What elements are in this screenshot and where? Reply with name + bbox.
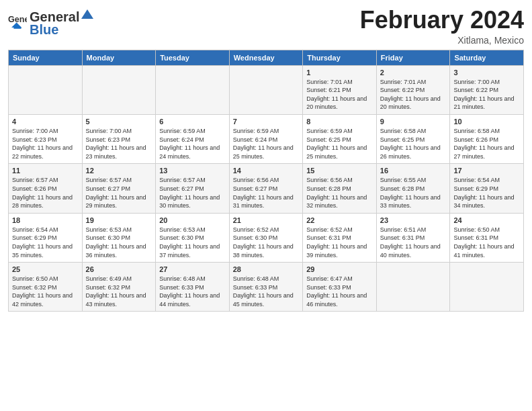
title-section: February 2024 Xitlama, Mexico (360, 7, 524, 46)
day-cell (82, 65, 156, 114)
day-info: Sunrise: 6:59 AM Sunset: 6:24 PM Dayligh… (159, 127, 226, 161)
day-info: Sunrise: 6:48 AM Sunset: 6:33 PM Dayligh… (159, 275, 226, 308)
day-cell: 8Sunrise: 6:59 AM Sunset: 6:25 PM Daylig… (303, 114, 377, 163)
day-number: 16 (380, 167, 447, 175)
day-info: Sunrise: 6:56 AM Sunset: 6:28 PM Dayligh… (306, 176, 373, 210)
day-info: Sunrise: 6:58 AM Sunset: 6:26 PM Dayligh… (453, 127, 520, 161)
day-cell: 15Sunrise: 6:56 AM Sunset: 6:28 PM Dayli… (303, 164, 377, 213)
day-cell: 29Sunrise: 6:47 AM Sunset: 6:33 PM Dayli… (303, 263, 377, 312)
day-number: 6 (159, 118, 226, 126)
day-cell: 4Sunrise: 7:00 AM Sunset: 6:23 PM Daylig… (9, 114, 83, 163)
day-number: 10 (453, 118, 520, 126)
day-cell (9, 65, 83, 114)
day-cell: 3Sunrise: 7:00 AM Sunset: 6:22 PM Daylig… (450, 65, 524, 114)
week-row-2: 4Sunrise: 7:00 AM Sunset: 6:23 PM Daylig… (9, 114, 524, 163)
day-info: Sunrise: 6:47 AM Sunset: 6:33 PM Dayligh… (306, 275, 373, 308)
day-info: Sunrise: 6:50 AM Sunset: 6:32 PM Dayligh… (12, 275, 79, 308)
location: Xitlama, Mexico (360, 35, 524, 46)
day-cell: 5Sunrise: 7:00 AM Sunset: 6:23 PM Daylig… (82, 114, 156, 163)
day-number: 23 (380, 216, 447, 224)
day-cell: 20Sunrise: 6:53 AM Sunset: 6:30 PM Dayli… (156, 213, 230, 262)
day-info: Sunrise: 6:50 AM Sunset: 6:31 PM Dayligh… (453, 226, 520, 259)
day-cell: 27Sunrise: 6:48 AM Sunset: 6:33 PM Dayli… (156, 263, 230, 312)
header-cell-monday: Monday (82, 50, 156, 65)
day-number: 1 (306, 68, 373, 77)
header: General General Blue February 2024 Xitla… (8, 7, 524, 46)
day-number: 5 (86, 118, 152, 126)
day-cell: 13Sunrise: 6:57 AM Sunset: 6:27 PM Dayli… (156, 164, 230, 213)
month-title: February 2024 (360, 7, 524, 34)
day-cell: 11Sunrise: 6:57 AM Sunset: 6:26 PM Dayli… (9, 164, 83, 213)
day-info: Sunrise: 6:57 AM Sunset: 6:26 PM Dayligh… (12, 176, 79, 210)
day-number: 26 (86, 265, 152, 273)
day-number: 3 (453, 68, 520, 77)
day-cell: 24Sunrise: 6:50 AM Sunset: 6:31 PM Dayli… (450, 213, 524, 262)
day-cell: 16Sunrise: 6:55 AM Sunset: 6:28 PM Dayli… (376, 164, 450, 213)
day-number: 29 (306, 265, 373, 273)
week-row-5: 25Sunrise: 6:50 AM Sunset: 6:32 PM Dayli… (9, 263, 524, 312)
week-row-4: 18Sunrise: 6:54 AM Sunset: 6:29 PM Dayli… (9, 213, 524, 262)
day-number: 15 (306, 167, 373, 175)
day-number: 20 (159, 216, 226, 224)
day-cell (156, 65, 230, 114)
day-cell (229, 65, 303, 114)
day-cell: 2Sunrise: 7:01 AM Sunset: 6:22 PM Daylig… (376, 65, 450, 114)
day-cell: 7Sunrise: 6:59 AM Sunset: 6:24 PM Daylig… (229, 114, 303, 163)
day-number: 8 (306, 118, 373, 126)
day-number: 27 (159, 265, 226, 273)
day-info: Sunrise: 6:52 AM Sunset: 6:30 PM Dayligh… (233, 226, 300, 259)
day-cell: 14Sunrise: 6:56 AM Sunset: 6:27 PM Dayli… (229, 164, 303, 213)
calendar-table: SundayMondayTuesdayWednesdayThursdayFrid… (8, 50, 524, 312)
day-number: 21 (233, 216, 300, 224)
day-cell: 9Sunrise: 6:58 AM Sunset: 6:25 PM Daylig… (376, 114, 450, 163)
header-cell-saturday: Saturday (450, 50, 524, 65)
day-info: Sunrise: 6:53 AM Sunset: 6:30 PM Dayligh… (86, 226, 152, 259)
day-cell: 6Sunrise: 6:59 AM Sunset: 6:24 PM Daylig… (156, 114, 230, 163)
day-number: 2 (380, 68, 447, 77)
day-cell: 28Sunrise: 6:48 AM Sunset: 6:33 PM Dayli… (229, 263, 303, 312)
day-info: Sunrise: 7:00 AM Sunset: 6:22 PM Dayligh… (453, 78, 520, 111)
week-row-1: 1Sunrise: 7:01 AM Sunset: 6:21 PM Daylig… (9, 65, 524, 114)
day-number: 24 (453, 216, 520, 224)
day-cell: 17Sunrise: 6:54 AM Sunset: 6:29 PM Dayli… (450, 164, 524, 213)
day-number: 25 (12, 265, 79, 273)
day-cell: 18Sunrise: 6:54 AM Sunset: 6:29 PM Dayli… (9, 213, 83, 262)
day-number: 12 (86, 167, 152, 175)
day-number: 4 (12, 118, 79, 126)
day-info: Sunrise: 6:57 AM Sunset: 6:27 PM Dayligh… (86, 176, 152, 210)
day-info: Sunrise: 7:00 AM Sunset: 6:23 PM Dayligh… (86, 127, 152, 161)
calendar-header: SundayMondayTuesdayWednesdayThursdayFrid… (9, 50, 524, 65)
day-info: Sunrise: 6:49 AM Sunset: 6:32 PM Dayligh… (86, 275, 152, 308)
day-info: Sunrise: 6:54 AM Sunset: 6:29 PM Dayligh… (12, 226, 79, 259)
logo-wordmark: General Blue (30, 7, 95, 38)
day-number: 28 (233, 265, 300, 273)
day-cell: 21Sunrise: 6:52 AM Sunset: 6:30 PM Dayli… (229, 213, 303, 262)
logo-triangle-icon (80, 7, 95, 21)
header-row: SundayMondayTuesdayWednesdayThursdayFrid… (9, 50, 524, 65)
day-info: Sunrise: 6:48 AM Sunset: 6:33 PM Dayligh… (233, 275, 300, 308)
day-cell: 23Sunrise: 6:51 AM Sunset: 6:31 PM Dayli… (376, 213, 450, 262)
page: General General Blue February 2024 Xitla… (0, 0, 532, 411)
day-info: Sunrise: 7:01 AM Sunset: 6:21 PM Dayligh… (306, 78, 373, 111)
day-cell: 26Sunrise: 6:49 AM Sunset: 6:32 PM Dayli… (82, 263, 156, 312)
day-info: Sunrise: 6:58 AM Sunset: 6:25 PM Dayligh… (380, 127, 447, 161)
day-info: Sunrise: 6:59 AM Sunset: 6:25 PM Dayligh… (306, 127, 373, 161)
day-number: 9 (380, 118, 447, 126)
day-info: Sunrise: 6:54 AM Sunset: 6:29 PM Dayligh… (453, 176, 520, 210)
header-cell-thursday: Thursday (303, 50, 377, 65)
day-cell (376, 263, 450, 312)
day-number: 11 (12, 167, 79, 175)
day-info: Sunrise: 6:51 AM Sunset: 6:31 PM Dayligh… (380, 226, 447, 259)
day-info: Sunrise: 6:57 AM Sunset: 6:27 PM Dayligh… (159, 176, 226, 210)
logo-icon: General (8, 13, 27, 32)
day-info: Sunrise: 6:56 AM Sunset: 6:27 PM Dayligh… (233, 176, 300, 210)
svg-rect-2 (13, 27, 21, 29)
calendar-body: 1Sunrise: 7:01 AM Sunset: 6:21 PM Daylig… (9, 65, 524, 312)
day-info: Sunrise: 6:59 AM Sunset: 6:24 PM Dayligh… (233, 127, 300, 161)
day-info: Sunrise: 6:55 AM Sunset: 6:28 PM Dayligh… (380, 176, 447, 210)
logo: General General Blue (8, 7, 95, 38)
day-cell: 22Sunrise: 6:52 AM Sunset: 6:31 PM Dayli… (303, 213, 377, 262)
day-number: 14 (233, 167, 300, 175)
header-cell-tuesday: Tuesday (156, 50, 230, 65)
day-info: Sunrise: 6:52 AM Sunset: 6:31 PM Dayligh… (306, 226, 373, 259)
